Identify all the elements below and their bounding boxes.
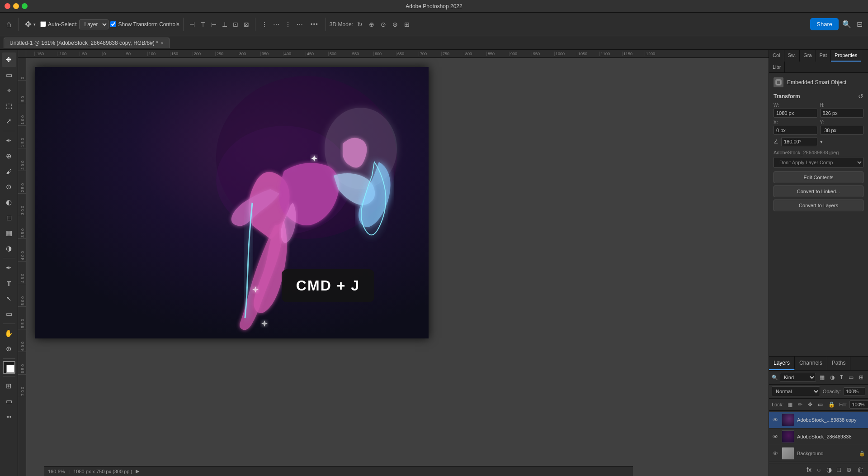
layer-visibility-toggle[interactable]: 👁 [772, 450, 779, 457]
tab-col[interactable]: Col [769, 50, 784, 62]
status-arrow[interactable]: ▶ [136, 468, 139, 474]
dist-h-button[interactable]: ⋯ [294, 19, 305, 29]
clone-stamp-tool[interactable]: ⊙ [2, 180, 16, 194]
3d-slide-button[interactable]: ⊞ [402, 19, 412, 29]
transform-reset-button[interactable]: ↺ [858, 93, 863, 100]
background-color[interactable] [6, 365, 14, 373]
brush-tool[interactable]: 🖌 [2, 164, 16, 179]
3d-roll-button[interactable]: ⊙ [378, 19, 388, 29]
fill-input[interactable] [849, 400, 868, 409]
path-select-tool[interactable]: ↖ [2, 291, 16, 306]
convert-to-layers-button[interactable]: Convert to Layers [774, 200, 863, 211]
main-canvas[interactable]: CMD + J [35, 67, 429, 338]
layer-kind-dropdown[interactable]: Kind [780, 373, 816, 382]
more-tools-button[interactable]: ••• [2, 409, 16, 424]
pen-tool[interactable]: ✒ [2, 261, 16, 275]
show-transform-checkbox[interactable] [110, 21, 116, 27]
tab-libr[interactable]: Libr [769, 62, 785, 72]
tab-properties[interactable]: Properties [831, 50, 861, 62]
angle-input[interactable] [781, 137, 817, 146]
blend-mode-dropdown[interactable]: Normal [772, 386, 820, 396]
lock-move-button[interactable]: ✥ [807, 401, 814, 408]
layer-item[interactable]: 👁 AdobeStock_...89838 copy [769, 412, 868, 428]
shape-tool[interactable]: ▭ [2, 307, 16, 321]
healing-tool[interactable]: ⊕ [2, 149, 16, 163]
tab-layers[interactable]: Layers [769, 357, 795, 370]
tab-sw[interactable]: Sw. [784, 50, 800, 62]
shape-filter-button[interactable]: ▭ [847, 373, 855, 381]
fullscreen-button[interactable] [22, 3, 28, 9]
y-input[interactable] [820, 126, 864, 135]
move-tool[interactable]: ✥ [2, 52, 16, 67]
layer-comp-dropdown[interactable]: Don't Apply Layer Comp [774, 157, 863, 168]
layer-item[interactable]: 👁 Background 🔒 [769, 445, 868, 462]
text-filter-button[interactable]: T [838, 373, 845, 381]
quick-mask-tool[interactable]: ⊞ [2, 379, 16, 393]
screen-mode-button[interactable]: ▭ [2, 394, 16, 409]
tab-gra[interactable]: Gra [800, 50, 816, 62]
layer-visibility-toggle[interactable]: 👁 [772, 417, 779, 424]
marquee-tool[interactable]: ▭ [2, 68, 16, 82]
align-right-button[interactable]: ⊢ [209, 19, 219, 29]
3d-pan-button[interactable]: ⊕ [367, 19, 377, 29]
workspace-button[interactable]: ⊟ [855, 18, 864, 30]
quick-select-tool[interactable]: ⬚ [2, 99, 16, 113]
angle-dropdown[interactable]: ▾ [820, 139, 823, 145]
layer-mask-button[interactable]: ○ [815, 465, 822, 474]
lock-artboard-button[interactable]: ▭ [816, 401, 824, 408]
align-bottom-button[interactable]: ⊠ [241, 19, 251, 29]
dist-top-button[interactable]: ⋮ [259, 19, 270, 29]
close-button[interactable] [5, 3, 10, 9]
tab-paths[interactable]: Paths [827, 357, 851, 370]
auto-select-dropdown[interactable]: Layer [79, 19, 108, 29]
adjustment-filter-button[interactable]: ◑ [828, 373, 836, 381]
blur-tool[interactable]: ◑ [2, 241, 16, 256]
eraser-tool[interactable]: ◻ [2, 210, 16, 225]
align-center-h-button[interactable]: ⊤ [198, 19, 208, 29]
share-button[interactable]: Share [810, 18, 839, 30]
history-brush-tool[interactable]: ◐ [2, 195, 16, 209]
width-input[interactable] [774, 109, 817, 118]
layer-item[interactable]: 👁 AdobeStock_286489838 [769, 428, 868, 445]
dist-left-button[interactable]: ⋮ [283, 19, 293, 29]
eyedropper-tool[interactable]: ✒ [2, 133, 16, 148]
delete-layer-button[interactable]: 🗑 [855, 465, 865, 474]
align-left-button[interactable]: ⊣ [187, 19, 197, 29]
layer-adjustment-button[interactable]: ◑ [825, 465, 834, 474]
new-layer-button[interactable]: ⊕ [844, 465, 854, 474]
opacity-input[interactable] [844, 387, 865, 395]
minimize-button[interactable] [13, 3, 19, 9]
smart-filter-button[interactable]: ⊞ [857, 373, 865, 381]
crop-tool[interactable]: ⤢ [2, 114, 16, 129]
lock-all-button[interactable]: 🔒 [827, 401, 836, 408]
convert-to-linked-button[interactable]: Convert to Linked... [774, 186, 863, 197]
lasso-tool[interactable]: ⌖ [2, 83, 16, 98]
align-top-button[interactable]: ⊥ [220, 19, 230, 29]
home-button[interactable]: ⌂ [4, 17, 14, 31]
height-input[interactable] [820, 109, 864, 118]
document-tab[interactable]: Untitled-1 @ 161% (AdobeStock_286489838 … [4, 38, 170, 48]
gradient-tool[interactable]: ▦ [2, 226, 16, 240]
align-center-v-button[interactable]: ⊡ [231, 19, 241, 29]
hand-tool[interactable]: ✋ [2, 326, 16, 341]
new-group-button[interactable]: □ [835, 465, 843, 474]
pixel-filter-button[interactable]: ▦ [818, 373, 826, 381]
move-tool-button[interactable]: ✥ ▾ [22, 18, 38, 31]
more-button[interactable]: ••• [307, 19, 322, 29]
search-button[interactable]: 🔍 [840, 18, 853, 30]
auto-select-checkbox[interactable] [40, 21, 46, 27]
tab-pat[interactable]: Pat [816, 50, 831, 62]
tab-close-button[interactable]: × [161, 41, 164, 46]
canvas-container[interactable]: CMD + J 160.6% | 1080 px x 750 px (300 p… [26, 58, 769, 476]
x-input[interactable] [774, 126, 817, 135]
layer-fx-button[interactable]: fx [805, 465, 813, 474]
3d-drag-button[interactable]: ⊛ [390, 19, 400, 29]
3d-rotate-button[interactable]: ↻ [355, 19, 365, 29]
lock-paint-button[interactable]: ✏ [797, 401, 804, 408]
lock-transparent-button[interactable]: ▦ [786, 401, 794, 408]
edit-contents-button[interactable]: Edit Contents [774, 171, 863, 183]
tab-channels[interactable]: Channels [795, 357, 827, 370]
zoom-tool[interactable]: ⊕ [2, 342, 16, 356]
text-tool[interactable]: T [2, 276, 16, 290]
dist-v-button[interactable]: ⋯ [271, 19, 282, 29]
